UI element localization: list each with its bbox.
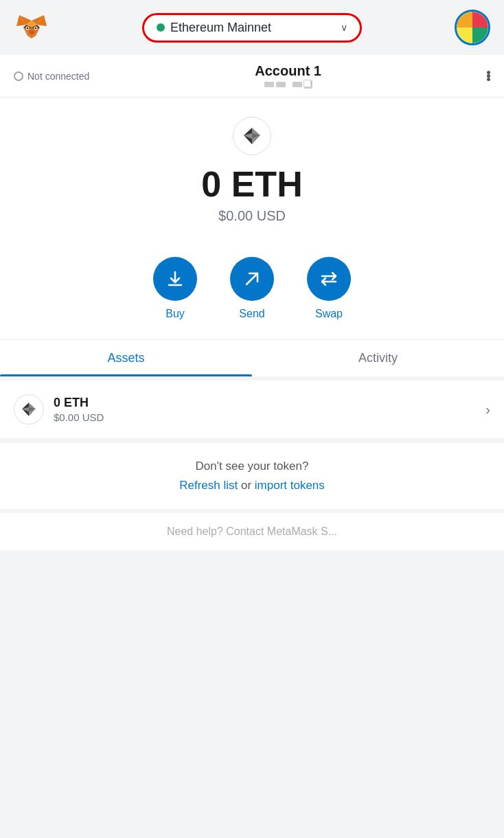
svg-line-25 bbox=[247, 273, 257, 284]
address-block-3 bbox=[293, 82, 302, 87]
swap-button[interactable]: Swap bbox=[307, 257, 351, 320]
account-bar: Not connected Account 1 bbox=[0, 55, 504, 98]
not-connected-label: Not connected bbox=[27, 71, 89, 82]
or-text: or bbox=[241, 479, 255, 492]
asset-chevron-icon: › bbox=[485, 402, 490, 418]
address-block-1 bbox=[264, 82, 274, 87]
swap-label: Swap bbox=[315, 308, 343, 320]
token-footer: Don't see your token? Refresh list or im… bbox=[0, 439, 504, 509]
tab-activity[interactable]: Activity bbox=[252, 340, 504, 376]
asset-list: 0 ETH $0.00 USD › bbox=[0, 376, 504, 439]
import-tokens-link[interactable]: import tokens bbox=[255, 479, 325, 492]
address-block-2 bbox=[276, 82, 286, 87]
header: Ethereum Mainnet ∨ bbox=[0, 0, 504, 55]
account-address[interactable] bbox=[255, 80, 321, 89]
eth-logo-svg bbox=[241, 125, 263, 147]
svg-point-15 bbox=[35, 27, 37, 30]
asset-eth-name: 0 ETH bbox=[54, 396, 485, 410]
asset-eth-details: 0 ETH $0.00 USD bbox=[54, 396, 485, 423]
avatar[interactable] bbox=[455, 10, 490, 45]
svg-point-11 bbox=[29, 30, 34, 34]
balance-section: 0 ETH $0.00 USD bbox=[0, 98, 504, 240]
balance-eth: 0 ETH bbox=[201, 165, 302, 204]
network-status-dot bbox=[157, 23, 165, 32]
buy-button[interactable]: Buy bbox=[153, 257, 197, 320]
bottom-text: Need help? Contact MetaMask S... bbox=[0, 509, 504, 550]
network-name: Ethereum Mainnet bbox=[170, 21, 271, 35]
send-label: Send bbox=[239, 308, 264, 320]
not-connected: Not connected bbox=[14, 71, 89, 82]
chevron-down-icon: ∨ bbox=[341, 22, 347, 33]
asset-item-eth[interactable]: 0 ETH $0.00 USD › bbox=[0, 381, 504, 439]
main-content: 0 ETH $0.00 USD Buy Send bbox=[0, 98, 504, 376]
tabs: Assets Activity bbox=[0, 339, 504, 376]
action-buttons: Buy Send Swap bbox=[0, 240, 504, 334]
send-icon bbox=[242, 269, 262, 288]
eth-asset-svg bbox=[20, 400, 38, 418]
avatar-svg bbox=[457, 12, 488, 43]
more-menu-button[interactable] bbox=[487, 71, 490, 81]
download-icon bbox=[165, 269, 185, 288]
asset-eth-icon bbox=[14, 394, 44, 424]
refresh-list-link[interactable]: Refresh list bbox=[179, 479, 238, 492]
copy-address-icon bbox=[304, 80, 312, 89]
network-selector[interactable]: Ethereum Mainnet ∨ bbox=[142, 13, 362, 43]
account-info: Account 1 bbox=[255, 63, 321, 89]
tab-assets[interactable]: Assets bbox=[0, 340, 252, 376]
not-connected-icon bbox=[14, 71, 23, 81]
svg-point-14 bbox=[27, 27, 29, 30]
balance-usd: $0.00 USD bbox=[218, 208, 286, 224]
metamask-logo bbox=[14, 10, 49, 45]
send-button[interactable]: Send bbox=[230, 257, 274, 320]
buy-label: Buy bbox=[165, 308, 185, 320]
account-name: Account 1 bbox=[255, 63, 321, 79]
token-footer-links: Refresh list or import tokens bbox=[14, 479, 490, 492]
token-footer-title: Don't see your token? bbox=[14, 460, 490, 473]
buy-icon-circle bbox=[153, 257, 197, 301]
asset-eth-value: $0.00 USD bbox=[54, 411, 485, 423]
swap-icon bbox=[319, 269, 339, 288]
swap-icon-circle bbox=[307, 257, 351, 301]
eth-icon bbox=[233, 117, 271, 155]
send-icon-circle bbox=[230, 257, 274, 301]
